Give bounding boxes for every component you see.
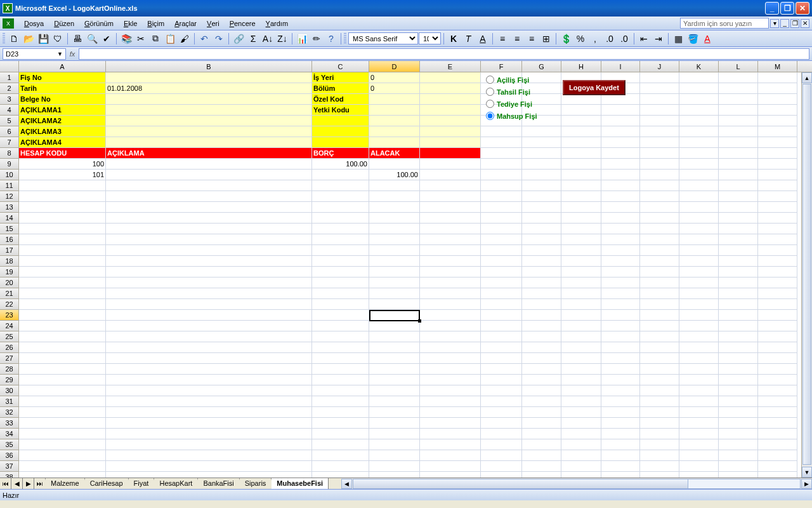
cell-H37[interactable]: [561, 461, 601, 472]
cell-E7[interactable]: [420, 137, 481, 148]
cell-B32[interactable]: [106, 407, 312, 418]
radio-option-2[interactable]: Tediye Fişi: [486, 98, 537, 110]
cell-I16[interactable]: [601, 234, 640, 245]
cell-B10[interactable]: [106, 170, 312, 180]
cell-K3[interactable]: [679, 94, 719, 105]
cell-K12[interactable]: [679, 191, 719, 202]
cell-G32[interactable]: [522, 407, 561, 418]
row-header-31[interactable]: 31: [0, 396, 19, 407]
cell-G16[interactable]: [522, 234, 561, 245]
cell-E8[interactable]: [420, 148, 481, 159]
cell-K25[interactable]: [679, 331, 719, 342]
cell-M18[interactable]: [758, 256, 797, 267]
cell-H17[interactable]: [561, 245, 601, 256]
cell-M10[interactable]: [758, 170, 797, 180]
cell-E29[interactable]: [420, 375, 481, 385]
cell-D19[interactable]: [369, 267, 420, 277]
cell-I22[interactable]: [601, 299, 640, 310]
cell-I23[interactable]: [601, 310, 640, 321]
cell-H24[interactable]: [561, 321, 601, 331]
cell-J8[interactable]: [640, 148, 679, 159]
cell-K28[interactable]: [679, 364, 719, 375]
cell-C2[interactable]: Bölüm: [312, 83, 369, 94]
cell-K24[interactable]: [679, 321, 719, 331]
cell-C12[interactable]: [312, 191, 369, 202]
cell-E35[interactable]: [420, 439, 481, 450]
cell-K26[interactable]: [679, 342, 719, 353]
cell-L11[interactable]: [719, 180, 758, 191]
menu-görünüm[interactable]: Görünüm: [79, 17, 119, 30]
cell-I30[interactable]: [601, 385, 640, 396]
cell-K23[interactable]: [679, 310, 719, 321]
cell-F17[interactable]: [481, 245, 522, 256]
cell-G33[interactable]: [522, 418, 561, 429]
cell-B37[interactable]: [106, 461, 312, 472]
cell-C8[interactable]: BORÇ: [312, 148, 369, 159]
row-header-33[interactable]: 33: [0, 418, 19, 429]
column-header-E[interactable]: E: [420, 61, 481, 72]
scroll-left-button[interactable]: ◀: [341, 479, 352, 489]
cell-H5[interactable]: [561, 116, 601, 126]
row-header-5[interactable]: 5: [0, 116, 19, 126]
cell-J25[interactable]: [640, 331, 679, 342]
row-header-12[interactable]: 12: [0, 191, 19, 202]
cell-L2[interactable]: [719, 83, 758, 94]
cell-C14[interactable]: [312, 213, 369, 224]
font-size-select[interactable]: 10: [419, 32, 441, 44]
cell-F30[interactable]: [481, 385, 522, 396]
cell-F6[interactable]: [481, 126, 522, 137]
cell-A7[interactable]: AÇIKLAMA4: [19, 137, 106, 148]
radio-option-3[interactable]: Mahsup Fişi: [486, 110, 537, 122]
cell-L34[interactable]: [719, 429, 758, 439]
row-header-26[interactable]: 26: [0, 342, 19, 353]
cell-K20[interactable]: [679, 277, 719, 288]
cell-H20[interactable]: [561, 277, 601, 288]
cell-G8[interactable]: [522, 148, 561, 159]
cell-I11[interactable]: [601, 180, 640, 191]
cell-L7[interactable]: [719, 137, 758, 148]
cell-I14[interactable]: [601, 213, 640, 224]
cell-J38[interactable]: [640, 472, 679, 478]
cell-E28[interactable]: [420, 364, 481, 375]
tab-nav-next[interactable]: ▶: [23, 478, 34, 489]
cell-A36[interactable]: [19, 450, 106, 461]
row-header-20[interactable]: 20: [0, 277, 19, 288]
bold-button[interactable]: K: [447, 32, 461, 46]
cell-M30[interactable]: [758, 385, 797, 396]
cell-H36[interactable]: [561, 450, 601, 461]
row-header-14[interactable]: 14: [0, 213, 19, 224]
row-header-9[interactable]: 9: [0, 159, 19, 170]
cell-L1[interactable]: [719, 72, 758, 83]
cell-J20[interactable]: [640, 277, 679, 288]
cell-I10[interactable]: [601, 170, 640, 180]
sheet-tab-malzeme[interactable]: Malzeme: [46, 478, 85, 489]
row-header-29[interactable]: 29: [0, 375, 19, 385]
cell-M16[interactable]: [758, 234, 797, 245]
cell-F13[interactable]: [481, 202, 522, 213]
cell-I13[interactable]: [601, 202, 640, 213]
cell-A37[interactable]: [19, 461, 106, 472]
cell-I35[interactable]: [601, 439, 640, 450]
cell-D20[interactable]: [369, 277, 420, 288]
cell-B35[interactable]: [106, 439, 312, 450]
cell-A18[interactable]: [19, 256, 106, 267]
column-header-M[interactable]: M: [758, 61, 797, 72]
cell-K8[interactable]: [679, 148, 719, 159]
cell-J11[interactable]: [640, 180, 679, 191]
cell-H26[interactable]: [561, 342, 601, 353]
tab-nav-prev[interactable]: ◀: [11, 478, 23, 489]
cell-J37[interactable]: [640, 461, 679, 472]
cell-B24[interactable]: [106, 321, 312, 331]
cell-K2[interactable]: [679, 83, 719, 94]
cell-K11[interactable]: [679, 180, 719, 191]
cell-F23[interactable]: [481, 310, 522, 321]
row-header-17[interactable]: 17: [0, 245, 19, 256]
cell-E1[interactable]: [420, 72, 481, 83]
cell-K17[interactable]: [679, 245, 719, 256]
cell-D4[interactable]: [369, 105, 420, 116]
cell-E33[interactable]: [420, 418, 481, 429]
cell-B29[interactable]: [106, 375, 312, 385]
cell-L29[interactable]: [719, 375, 758, 385]
cell-F10[interactable]: [481, 170, 522, 180]
cell-I5[interactable]: [601, 116, 640, 126]
